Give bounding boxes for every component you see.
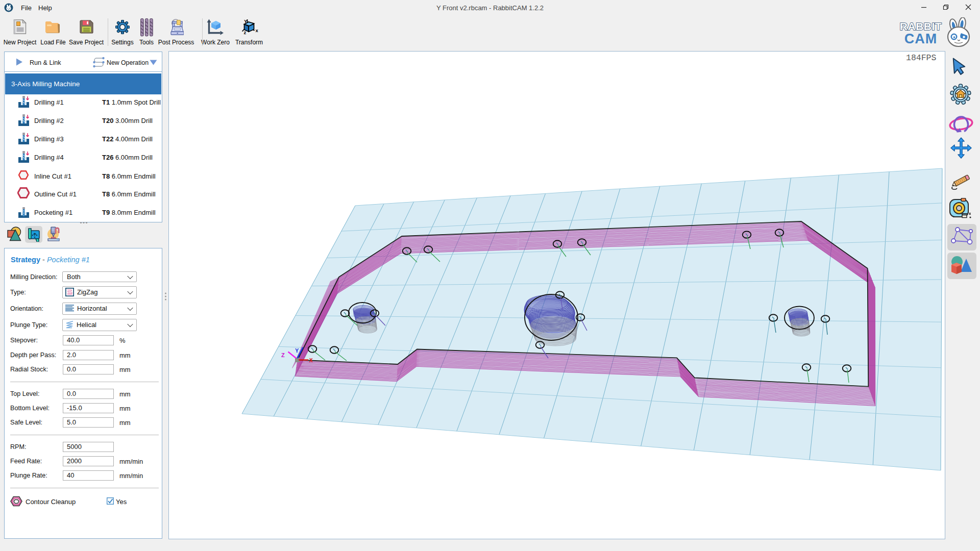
svg-text:Z: Z <box>281 352 285 358</box>
svg-text:X: X <box>309 358 313 363</box>
svg-text:Y: Y <box>295 347 299 354</box>
svg-text:x: x <box>256 28 259 33</box>
svg-text:RABBIT: RABBIT <box>900 20 942 32</box>
svg-text:CAM: CAM <box>904 31 938 46</box>
